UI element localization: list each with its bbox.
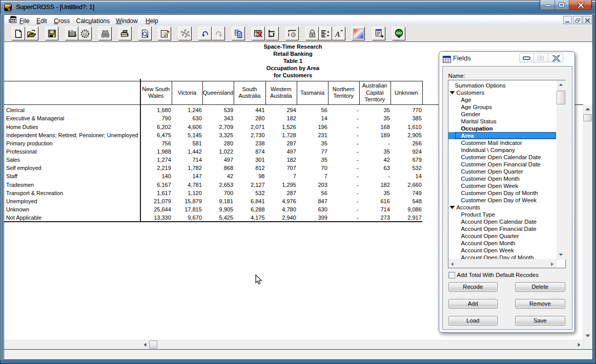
svg-text:GO: GO bbox=[396, 31, 402, 35]
svg-text:A: A bbox=[335, 30, 340, 38]
